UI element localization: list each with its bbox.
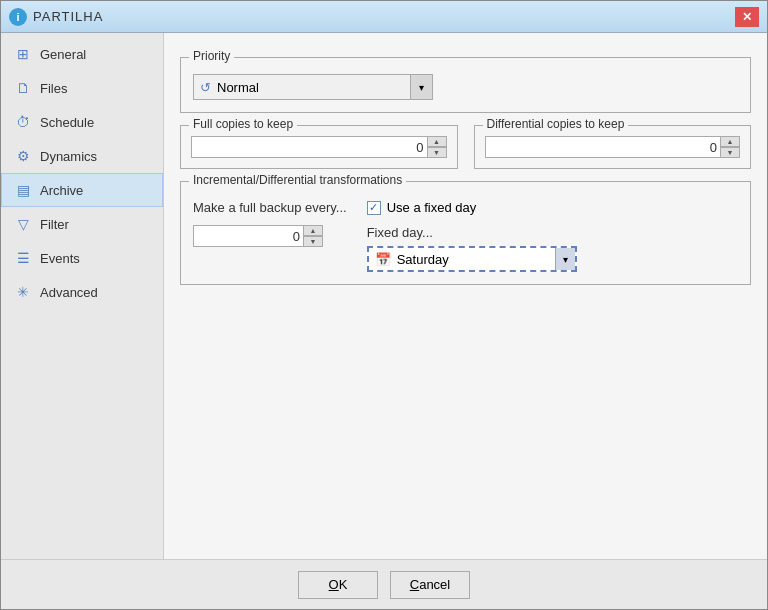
sidebar-item-general[interactable]: ⊞ General: [1, 37, 163, 71]
make-full-spin-buttons: ▲ ▼: [303, 225, 323, 247]
priority-value: Normal: [217, 80, 408, 95]
title-bar-left: i PARTILHA: [9, 8, 103, 26]
inc-left: Make a full backup every... ▲ ▼: [193, 200, 347, 272]
schedule-icon: ⏱: [14, 114, 32, 130]
main-window: i PARTILHA ✕ ⊞ General 🗋 Files ⏱ Schedul…: [0, 0, 768, 610]
footer: OK Cancel: [1, 559, 767, 609]
full-copies-spinner: ▲ ▼: [191, 136, 447, 158]
inc-diff-legend: Incremental/Differential transformations: [189, 173, 406, 187]
make-full-label: Make a full backup every...: [193, 200, 347, 215]
archive-icon: ▤: [14, 182, 32, 198]
sidebar-item-files[interactable]: 🗋 Files: [1, 71, 163, 105]
dynamics-icon: ⚙: [14, 148, 32, 164]
calendar-icon: 📅: [375, 252, 391, 267]
fixed-day-dropdown-arrow[interactable]: ▾: [555, 248, 575, 270]
files-icon: 🗋: [14, 80, 32, 96]
full-copies-down[interactable]: ▼: [427, 147, 447, 158]
use-fixed-day-label: Use a fixed day: [387, 200, 477, 215]
sidebar-item-events-label: Events: [40, 251, 80, 266]
events-icon: ☰: [14, 250, 32, 266]
use-fixed-day-checkbox[interactable]: ✓: [367, 201, 381, 215]
sidebar: ⊞ General 🗋 Files ⏱ Schedule ⚙ Dynamics …: [1, 33, 164, 559]
use-fixed-day-row: ✓ Use a fixed day: [367, 200, 577, 215]
ok-label: OK: [329, 577, 348, 592]
priority-dropdown[interactable]: ↺ Normal ▾: [193, 74, 433, 100]
full-copies-input[interactable]: [191, 136, 447, 158]
diff-copies-down[interactable]: ▼: [720, 147, 740, 158]
inc-diff-group: Incremental/Differential transformations…: [180, 181, 751, 285]
close-button[interactable]: ✕: [735, 7, 759, 27]
diff-copies-spin-buttons: ▲ ▼: [720, 136, 740, 158]
full-copies-spin-buttons: ▲ ▼: [427, 136, 447, 158]
make-full-down[interactable]: ▼: [303, 236, 323, 247]
content-area: Priority ↺ Normal ▾ Full copies to keep: [164, 33, 767, 559]
fixed-day-label: Fixed day...: [367, 225, 577, 240]
diff-copies-legend: Differential copies to keep: [483, 117, 629, 131]
diff-copies-spinner: ▲ ▼: [485, 136, 741, 158]
full-copies-up[interactable]: ▲: [427, 136, 447, 147]
diff-copies-box: Differential copies to keep ▲ ▼: [474, 125, 752, 169]
sidebar-item-advanced[interactable]: ✳ Advanced: [1, 275, 163, 309]
sidebar-item-filter[interactable]: ▽ Filter: [1, 207, 163, 241]
advanced-icon: ✳: [14, 284, 32, 300]
diff-copies-up[interactable]: ▲: [720, 136, 740, 147]
make-full-spinner: ▲ ▼: [193, 225, 323, 247]
ok-button[interactable]: OK: [298, 571, 378, 599]
priority-group-legend: Priority: [189, 49, 234, 63]
sidebar-item-events[interactable]: ☰ Events: [1, 241, 163, 275]
fixed-day-dropdown[interactable]: 📅 Saturday ▾: [367, 246, 577, 272]
cancel-label: Cancel: [410, 577, 450, 592]
sidebar-item-archive-label: Archive: [40, 183, 83, 198]
priority-group: Priority ↺ Normal ▾: [180, 57, 751, 113]
priority-select-wrap: ↺ Normal ▾: [193, 74, 738, 100]
sidebar-item-dynamics-label: Dynamics: [40, 149, 97, 164]
filter-icon: ▽: [14, 216, 32, 232]
copies-row: Full copies to keep ▲ ▼ Differential cop…: [180, 125, 751, 169]
diff-copies-input[interactable]: [485, 136, 741, 158]
sidebar-item-general-label: General: [40, 47, 86, 62]
cancel-button[interactable]: Cancel: [390, 571, 470, 599]
sidebar-item-schedule[interactable]: ⏱ Schedule: [1, 105, 163, 139]
priority-icon: ↺: [200, 80, 211, 95]
window-title: PARTILHA: [33, 9, 103, 24]
inc-right: ✓ Use a fixed day Fixed day... 📅 Saturda…: [367, 200, 577, 272]
full-copies-legend: Full copies to keep: [189, 117, 297, 131]
sidebar-item-schedule-label: Schedule: [40, 115, 94, 130]
make-full-up[interactable]: ▲: [303, 225, 323, 236]
inc-diff-content: Make a full backup every... ▲ ▼ ✓: [193, 200, 738, 272]
window-body: ⊞ General 🗋 Files ⏱ Schedule ⚙ Dynamics …: [1, 33, 767, 559]
fixed-day-value: Saturday: [397, 252, 551, 267]
sidebar-item-files-label: Files: [40, 81, 67, 96]
sidebar-item-archive[interactable]: ▤ Archive: [1, 173, 163, 207]
sidebar-item-advanced-label: Advanced: [40, 285, 98, 300]
sidebar-item-dynamics[interactable]: ⚙ Dynamics: [1, 139, 163, 173]
priority-dropdown-arrow[interactable]: ▾: [410, 75, 432, 99]
sidebar-item-filter-label: Filter: [40, 217, 69, 232]
general-icon: ⊞: [14, 46, 32, 62]
title-bar: i PARTILHA ✕: [1, 1, 767, 33]
full-copies-box: Full copies to keep ▲ ▼: [180, 125, 458, 169]
app-icon: i: [9, 8, 27, 26]
